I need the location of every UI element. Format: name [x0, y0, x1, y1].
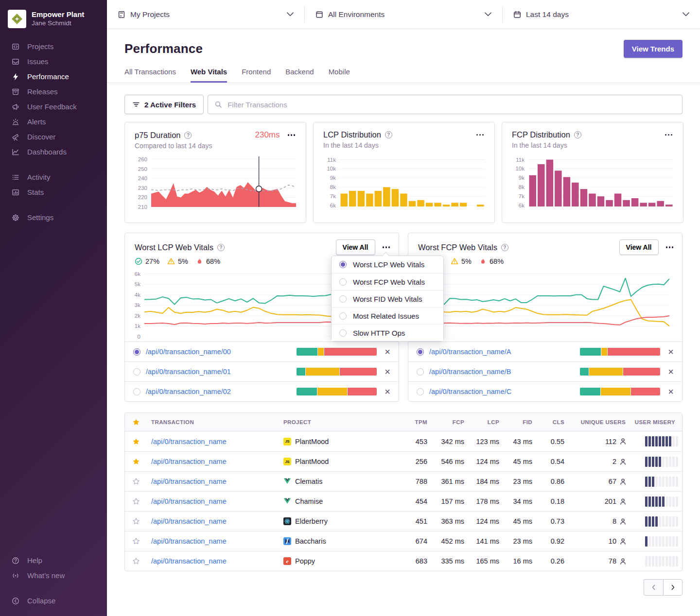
transaction-link[interactable]: /api/0/transaction_name [151, 438, 227, 445]
radio-button[interactable] [339, 261, 347, 268]
picker-my-projects[interactable]: My Projects [107, 0, 304, 29]
org-header[interactable]: Empower Plant Jane Schmidt [0, 6, 107, 39]
tab-all-transactions[interactable]: All Transactions [124, 68, 176, 83]
view-trends-button[interactable]: View Trends [624, 40, 682, 58]
more-options-icon[interactable] [664, 132, 674, 138]
close-icon[interactable]: × [668, 367, 674, 376]
search-input[interactable] [227, 100, 676, 109]
sidebar-item-alerts[interactable]: Alerts [0, 114, 107, 129]
transaction-link[interactable]: /api/0/transaction_name [151, 537, 227, 545]
transaction-link[interactable]: /api/0/transaction_name/B [429, 368, 511, 376]
col-cls[interactable]: CLS [536, 419, 568, 425]
radio-button[interactable] [339, 329, 347, 337]
help-icon[interactable]: ? [217, 244, 225, 251]
radio-button[interactable] [133, 388, 140, 395]
more-options-icon[interactable] [382, 244, 391, 250]
col-unique-users[interactable]: UNIQUE USERS [568, 419, 630, 425]
transaction-link[interactable]: /api/0/transaction_name/00 [146, 348, 231, 356]
sidebar-item-issues[interactable]: Issues [0, 54, 107, 69]
close-icon[interactable]: × [385, 387, 390, 396]
col-fid[interactable]: FID [503, 419, 536, 425]
project-cell[interactable]: JSPlantMood [280, 458, 400, 465]
lcp-distribution-chart[interactable] [340, 156, 485, 206]
worst-fcp-chart[interactable] [428, 270, 669, 337]
view-all-button[interactable]: View All [336, 240, 375, 255]
project-cell[interactable]: Chamise [280, 497, 400, 505]
more-options-icon[interactable] [665, 244, 675, 250]
close-icon[interactable]: × [668, 347, 674, 357]
radio-button[interactable] [339, 295, 347, 303]
radio-button[interactable] [417, 388, 424, 395]
project-cell[interactable]: Clematis [280, 478, 400, 485]
picker-all-environments[interactable]: All Environments [305, 0, 502, 29]
radio-button[interactable] [339, 278, 347, 286]
close-icon[interactable]: × [385, 347, 390, 357]
sidebar-item-activity[interactable]: Activity [0, 170, 107, 185]
help-icon[interactable]: ? [501, 244, 508, 251]
radio-button[interactable] [133, 348, 140, 356]
sidebar-item-dashboards[interactable]: Dashboards [0, 144, 107, 159]
menu-item-slow-http-ops[interactable]: Slow HTTP Ops [332, 324, 443, 341]
transaction-link[interactable]: /api/0/transaction_name/A [429, 348, 511, 356]
sidebar-item-collapse[interactable]: Collapse [0, 593, 107, 608]
menu-item-worst-fid-web-vitals[interactable]: Worst FID Web Vitals [332, 290, 443, 307]
tab-frontend[interactable]: Frontend [242, 68, 271, 83]
star-outline-icon[interactable] [132, 478, 140, 485]
star-icon[interactable] [132, 458, 140, 465]
star-outline-icon[interactable] [132, 557, 140, 565]
menu-item-worst-fcp-web-vitals[interactable]: Worst FCP Web Vitals [332, 273, 443, 290]
help-icon[interactable]: ? [574, 131, 581, 138]
more-options-icon[interactable] [475, 132, 485, 138]
sidebar-item-what-s-new[interactable]: What’s new [0, 568, 107, 583]
project-cell[interactable]: ePoppy [280, 557, 400, 565]
search-box[interactable] [208, 95, 682, 114]
tab-backend[interactable]: Backend [285, 68, 314, 83]
fcp-distribution-chart[interactable] [528, 156, 673, 206]
more-options-icon[interactable] [287, 132, 297, 138]
next-page-button[interactable] [663, 579, 682, 596]
sidebar-item-stats[interactable]: Stats [0, 185, 107, 200]
sidebar-item-projects[interactable]: Projects [0, 39, 107, 54]
previous-page-button[interactable] [644, 579, 663, 596]
project-cell[interactable]: Elderberry [280, 517, 400, 525]
active-filters-button[interactable]: 2 Active Filters [124, 95, 204, 114]
help-icon[interactable]: ? [385, 131, 392, 138]
transaction-link[interactable]: /api/0/transaction_name [151, 497, 227, 505]
radio-button[interactable] [417, 368, 424, 376]
transaction-link[interactable]: /api/0/transaction_name [151, 557, 227, 565]
tab-web-vitals[interactable]: Web Vitals [191, 68, 227, 83]
sidebar-item-settings[interactable]: Settings [0, 210, 107, 225]
transaction-link[interactable]: /api/0/transaction_name/01 [146, 368, 231, 376]
transaction-link[interactable]: /api/0/transaction_name/02 [146, 388, 231, 395]
tab-mobile[interactable]: Mobile [329, 68, 350, 83]
transaction-link[interactable]: /api/0/transaction_name [151, 478, 227, 485]
radio-button[interactable] [339, 312, 347, 320]
menu-item-worst-lcp-web-vitals[interactable]: Worst LCP Web Vitals [332, 256, 443, 273]
project-cell[interactable]: JSPlantMood [280, 438, 400, 445]
col-tpm[interactable]: TPM [400, 419, 431, 425]
p75-duration-chart[interactable] [151, 156, 296, 207]
col-user-misery[interactable]: USER MISERY [630, 419, 682, 425]
sidebar-item-discover[interactable]: Discover [0, 129, 107, 144]
picker-last-14-days[interactable]: Last 14 days [503, 0, 700, 29]
sidebar-item-releases[interactable]: Releases [0, 84, 107, 99]
help-icon[interactable]: ? [184, 132, 192, 139]
star-icon[interactable] [132, 438, 140, 445]
project-cell[interactable]: Baccharis [280, 537, 400, 545]
star-outline-icon[interactable] [132, 497, 140, 505]
close-icon[interactable]: × [668, 387, 674, 396]
transaction-link[interactable]: /api/0/transaction_name/C [429, 388, 511, 395]
col-lcp[interactable]: LCP [468, 419, 503, 425]
star-outline-icon[interactable] [132, 517, 140, 525]
transaction-link[interactable]: /api/0/transaction_name [151, 458, 227, 465]
sidebar-item-user-feedback[interactable]: User Feedback [0, 99, 107, 114]
menu-item-most-related-issues[interactable]: Most Related Issues [332, 307, 443, 324]
transaction-link[interactable]: /api/0/transaction_name [151, 517, 227, 525]
close-icon[interactable]: × [385, 367, 390, 376]
star-icon[interactable] [132, 418, 140, 426]
col-transaction[interactable]: TRANSACTION [147, 419, 280, 425]
sidebar-item-performance[interactable]: Performance [0, 69, 107, 84]
col-fcp[interactable]: FCP [431, 419, 468, 425]
star-outline-icon[interactable] [132, 537, 140, 545]
col-project[interactable]: PROJECT [280, 419, 400, 425]
